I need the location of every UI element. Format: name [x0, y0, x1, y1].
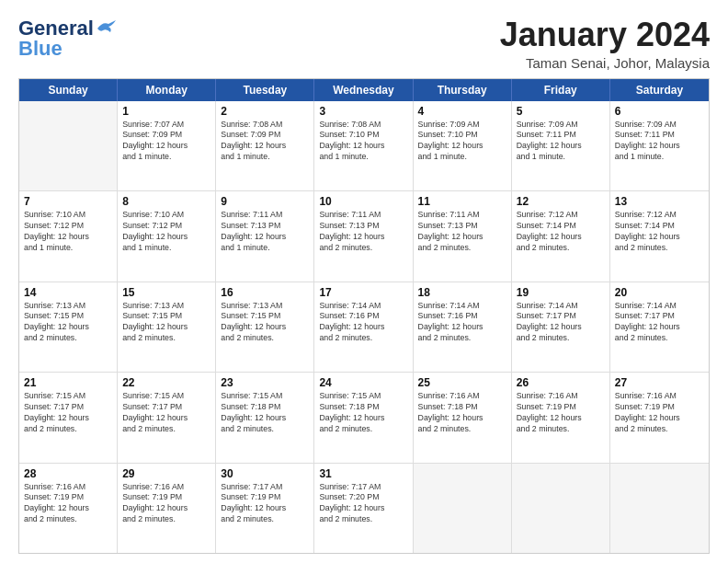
day-number: 31	[319, 467, 407, 480]
calendar-day-cell: 19Sunrise: 7:14 AM Sunset: 7:17 PM Dayli…	[512, 282, 610, 372]
day-number: 26	[517, 376, 605, 389]
calendar-day-cell: 20Sunrise: 7:14 AM Sunset: 7:17 PM Dayli…	[610, 282, 709, 372]
day-info: Sunrise: 7:10 AM Sunset: 7:12 PM Dayligh…	[122, 210, 210, 254]
day-number: 5	[517, 105, 605, 118]
calendar-day-cell: 13Sunrise: 7:12 AM Sunset: 7:14 PM Dayli…	[610, 191, 709, 281]
day-number: 9	[221, 195, 309, 208]
day-info: Sunrise: 7:16 AM Sunset: 7:18 PM Dayligh…	[418, 391, 506, 435]
calendar-day-cell: 16Sunrise: 7:13 AM Sunset: 7:15 PM Dayli…	[216, 282, 314, 372]
calendar-day-cell: 29Sunrise: 7:16 AM Sunset: 7:19 PM Dayli…	[118, 464, 216, 553]
day-info: Sunrise: 7:11 AM Sunset: 7:13 PM Dayligh…	[418, 210, 506, 254]
calendar-day-cell: 7Sunrise: 7:10 AM Sunset: 7:12 PM Daylig…	[19, 191, 118, 281]
calendar-day-cell: 25Sunrise: 7:16 AM Sunset: 7:18 PM Dayli…	[414, 373, 512, 462]
day-info: Sunrise: 7:09 AM Sunset: 7:11 PM Dayligh…	[517, 120, 605, 164]
day-number: 14	[24, 286, 112, 299]
day-number: 18	[418, 286, 506, 299]
day-info: Sunrise: 7:12 AM Sunset: 7:14 PM Dayligh…	[517, 210, 605, 254]
day-number: 17	[319, 286, 407, 299]
calendar-day-cell: 2Sunrise: 7:08 AM Sunset: 7:09 PM Daylig…	[216, 101, 314, 190]
day-number: 4	[418, 105, 506, 118]
calendar-day-cell	[414, 464, 512, 553]
day-info: Sunrise: 7:17 AM Sunset: 7:20 PM Dayligh…	[319, 482, 407, 526]
calendar-day-cell: 5Sunrise: 7:09 AM Sunset: 7:11 PM Daylig…	[512, 101, 610, 190]
day-number: 20	[615, 286, 704, 299]
calendar-day-cell: 27Sunrise: 7:16 AM Sunset: 7:19 PM Dayli…	[610, 373, 709, 462]
day-of-week-monday: Monday	[118, 79, 216, 101]
day-number: 3	[319, 105, 407, 118]
day-info: Sunrise: 7:14 AM Sunset: 7:17 PM Dayligh…	[517, 301, 605, 345]
day-number: 29	[122, 467, 210, 480]
month-title: January 2024	[500, 17, 710, 53]
calendar-day-cell: 30Sunrise: 7:17 AM Sunset: 7:19 PM Dayli…	[216, 464, 314, 553]
logo-bottom-text: Blue	[18, 37, 63, 61]
day-number: 7	[24, 195, 112, 208]
calendar-day-cell	[19, 101, 118, 190]
day-of-week-tuesday: Tuesday	[216, 79, 314, 101]
day-number: 15	[122, 286, 210, 299]
day-info: Sunrise: 7:10 AM Sunset: 7:12 PM Dayligh…	[24, 210, 112, 254]
day-info: Sunrise: 7:11 AM Sunset: 7:13 PM Dayligh…	[319, 210, 407, 254]
day-number: 22	[122, 376, 210, 389]
day-number: 6	[615, 105, 704, 118]
calendar-week-1: 1Sunrise: 7:07 AM Sunset: 7:09 PM Daylig…	[19, 101, 709, 191]
day-info: Sunrise: 7:11 AM Sunset: 7:13 PM Dayligh…	[221, 210, 309, 254]
calendar-day-cell: 3Sunrise: 7:08 AM Sunset: 7:10 PM Daylig…	[314, 101, 413, 190]
day-of-week-thursday: Thursday	[414, 79, 512, 101]
logo-bird-icon	[96, 19, 116, 38]
calendar-body: 1Sunrise: 7:07 AM Sunset: 7:09 PM Daylig…	[19, 101, 709, 553]
day-number: 24	[319, 376, 407, 389]
day-info: Sunrise: 7:12 AM Sunset: 7:14 PM Dayligh…	[615, 210, 704, 254]
calendar-day-cell: 9Sunrise: 7:11 AM Sunset: 7:13 PM Daylig…	[216, 191, 314, 281]
day-info: Sunrise: 7:14 AM Sunset: 7:16 PM Dayligh…	[319, 301, 407, 345]
calendar: SundayMondayTuesdayWednesdayThursdayFrid…	[18, 78, 710, 554]
calendar-week-2: 7Sunrise: 7:10 AM Sunset: 7:12 PM Daylig…	[19, 191, 709, 282]
calendar-day-cell: 17Sunrise: 7:14 AM Sunset: 7:16 PM Dayli…	[314, 282, 413, 372]
calendar-day-cell: 6Sunrise: 7:09 AM Sunset: 7:11 PM Daylig…	[610, 101, 709, 190]
calendar-week-3: 14Sunrise: 7:13 AM Sunset: 7:15 PM Dayli…	[19, 282, 709, 373]
day-number: 30	[221, 467, 309, 480]
day-info: Sunrise: 7:13 AM Sunset: 7:15 PM Dayligh…	[24, 301, 112, 345]
day-number: 2	[221, 105, 309, 118]
calendar-day-cell: 21Sunrise: 7:15 AM Sunset: 7:17 PM Dayli…	[19, 373, 118, 462]
calendar-day-cell: 24Sunrise: 7:15 AM Sunset: 7:18 PM Dayli…	[314, 373, 413, 462]
page: General Blue January 2024 Taman Senai, J…	[0, 0, 728, 563]
calendar-day-cell: 10Sunrise: 7:11 AM Sunset: 7:13 PM Dayli…	[314, 191, 413, 281]
day-info: Sunrise: 7:15 AM Sunset: 7:18 PM Dayligh…	[221, 391, 309, 435]
day-number: 28	[24, 467, 112, 480]
day-info: Sunrise: 7:16 AM Sunset: 7:19 PM Dayligh…	[122, 482, 210, 526]
calendar-day-cell: 18Sunrise: 7:14 AM Sunset: 7:16 PM Dayli…	[414, 282, 512, 372]
day-info: Sunrise: 7:13 AM Sunset: 7:15 PM Dayligh…	[221, 301, 309, 345]
calendar-day-cell: 15Sunrise: 7:13 AM Sunset: 7:15 PM Dayli…	[118, 282, 216, 372]
day-number: 8	[122, 195, 210, 208]
day-number: 21	[24, 376, 112, 389]
calendar-week-5: 28Sunrise: 7:16 AM Sunset: 7:19 PM Dayli…	[19, 464, 709, 553]
day-info: Sunrise: 7:16 AM Sunset: 7:19 PM Dayligh…	[615, 391, 704, 435]
day-info: Sunrise: 7:09 AM Sunset: 7:10 PM Dayligh…	[418, 120, 506, 164]
day-of-week-sunday: Sunday	[19, 79, 118, 101]
day-number: 10	[319, 195, 407, 208]
location: Taman Senai, Johor, Malaysia	[500, 55, 710, 71]
calendar-day-cell: 23Sunrise: 7:15 AM Sunset: 7:18 PM Dayli…	[216, 373, 314, 462]
day-number: 25	[418, 376, 506, 389]
calendar-day-cell: 14Sunrise: 7:13 AM Sunset: 7:15 PM Dayli…	[19, 282, 118, 372]
day-number: 13	[615, 195, 704, 208]
day-info: Sunrise: 7:08 AM Sunset: 7:10 PM Dayligh…	[319, 120, 407, 164]
title-area: January 2024 Taman Senai, Johor, Malaysi…	[500, 17, 710, 71]
calendar-day-cell: 12Sunrise: 7:12 AM Sunset: 7:14 PM Dayli…	[512, 191, 610, 281]
day-info: Sunrise: 7:13 AM Sunset: 7:15 PM Dayligh…	[122, 301, 210, 345]
day-number: 12	[517, 195, 605, 208]
calendar-day-cell: 4Sunrise: 7:09 AM Sunset: 7:10 PM Daylig…	[414, 101, 512, 190]
day-info: Sunrise: 7:16 AM Sunset: 7:19 PM Dayligh…	[24, 482, 112, 526]
day-number: 19	[517, 286, 605, 299]
calendar-day-cell: 11Sunrise: 7:11 AM Sunset: 7:13 PM Dayli…	[414, 191, 512, 281]
day-info: Sunrise: 7:08 AM Sunset: 7:09 PM Dayligh…	[221, 120, 309, 164]
day-number: 23	[221, 376, 309, 389]
calendar-day-cell	[610, 464, 709, 553]
day-of-week-saturday: Saturday	[610, 79, 709, 101]
day-number: 27	[615, 376, 704, 389]
calendar-day-cell: 1Sunrise: 7:07 AM Sunset: 7:09 PM Daylig…	[118, 101, 216, 190]
day-info: Sunrise: 7:07 AM Sunset: 7:09 PM Dayligh…	[122, 120, 210, 164]
calendar-week-4: 21Sunrise: 7:15 AM Sunset: 7:17 PM Dayli…	[19, 373, 709, 463]
day-of-week-wednesday: Wednesday	[314, 79, 413, 101]
calendar-header: SundayMondayTuesdayWednesdayThursdayFrid…	[19, 79, 709, 101]
